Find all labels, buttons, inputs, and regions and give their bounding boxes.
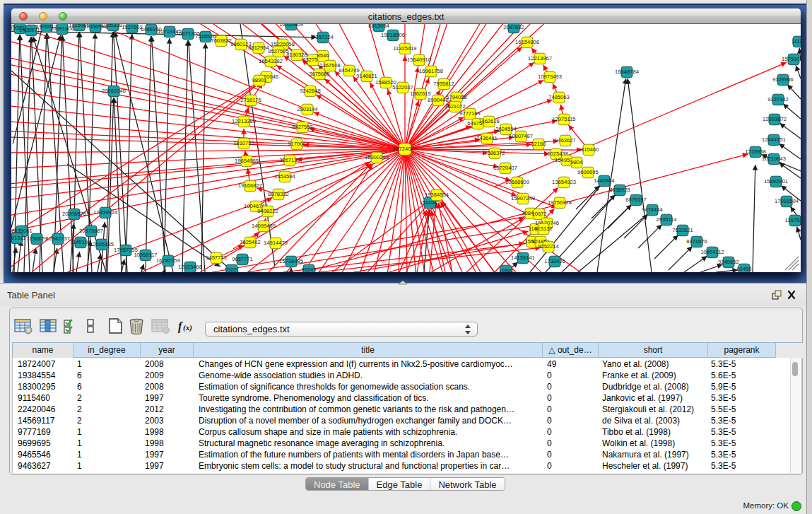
svg-text:20206576: 20206576 (62, 211, 86, 217)
svg-text:8878332: 8878332 (268, 191, 289, 197)
svg-text:10973493: 10973493 (538, 74, 562, 80)
svg-text:7462616: 7462616 (478, 118, 500, 124)
svg-text:8546: 8546 (317, 52, 329, 59)
svg-text:1527602: 1527602 (122, 24, 143, 30)
svg-text:1167531: 1167531 (785, 217, 801, 223)
svg-text:2718176: 2718176 (240, 97, 261, 103)
svg-text:917006: 917006 (288, 141, 305, 147)
svg-text:92450: 92450 (736, 266, 751, 272)
svg-text:10672: 10672 (531, 211, 546, 217)
svg-text:8912954: 8912954 (248, 45, 269, 51)
svg-text:9498222: 9498222 (257, 208, 278, 214)
svg-text:12093872: 12093872 (763, 116, 787, 122)
svg-text:7485063: 7485063 (548, 94, 570, 100)
svg-text:10688609: 10688609 (505, 179, 529, 185)
svg-text:14099489: 14099489 (252, 223, 276, 229)
svg-text:16154808: 16154808 (515, 39, 539, 45)
svg-text:99245: 99245 (301, 267, 316, 272)
svg-text:6879197: 6879197 (625, 197, 647, 203)
svg-text:9777169: 9777169 (459, 110, 481, 117)
svg-text:62160: 62160 (531, 141, 546, 147)
svg-text:9227342: 9227342 (767, 96, 789, 103)
svg-text:15907249: 15907249 (511, 195, 535, 201)
svg-text:6794028: 6794028 (446, 94, 467, 100)
svg-text:9657771: 9657771 (232, 256, 253, 262)
svg-text:9242848: 9242848 (300, 88, 321, 94)
svg-text:391511: 391511 (11, 235, 25, 241)
svg-text:19218506: 19218506 (381, 32, 405, 38)
svg-text:2436441: 2436441 (476, 135, 498, 141)
svg-text:98901: 98901 (252, 77, 266, 83)
svg-text:1145194: 1145194 (71, 239, 91, 245)
svg-text:9463627: 9463627 (555, 137, 576, 144)
svg-text:8938928: 8938928 (609, 187, 630, 193)
svg-text:12942737: 12942737 (46, 235, 70, 242)
svg-text:7632621: 7632621 (672, 227, 693, 233)
svg-text:3624554: 3624554 (495, 126, 517, 132)
svg-text:12213967: 12213967 (528, 55, 552, 62)
svg-text:1621072: 1621072 (445, 103, 466, 110)
svg-text:19654985: 19654985 (235, 158, 259, 164)
svg-text:14914479: 14914479 (264, 240, 288, 246)
svg-text:18724007: 18724007 (393, 146, 417, 152)
svg-text:18300295: 18300295 (365, 154, 389, 160)
svg-text:8471676: 8471676 (686, 238, 707, 245)
svg-text:15720407: 15720407 (493, 165, 517, 171)
svg-text:7955812: 7955812 (433, 81, 454, 87)
svg-text:7357224: 7357224 (312, 34, 334, 40)
svg-text:10990: 10990 (498, 267, 513, 272)
svg-text:10807487: 10807487 (509, 133, 533, 139)
svg-text:9146821: 9146821 (356, 73, 377, 79)
svg-text:1156829: 1156829 (27, 235, 47, 242)
svg-text:19166827: 19166827 (238, 182, 262, 189)
svg-text:20053346: 20053346 (102, 88, 126, 94)
svg-text:7663822: 7663822 (211, 37, 232, 44)
svg-text:9329966: 9329966 (772, 76, 794, 83)
svg-text:16033809: 16033809 (279, 24, 303, 28)
svg-text:2935114: 2935114 (657, 216, 677, 223)
svg-text:12213389: 12213389 (232, 118, 256, 124)
svg-text:7386372: 7386372 (484, 150, 505, 156)
svg-text:10210643: 10210643 (762, 156, 786, 162)
svg-text:9699695: 9699695 (577, 169, 599, 175)
svg-text:16543382: 16543382 (259, 58, 283, 64)
svg-text:7625402: 7625402 (240, 239, 261, 245)
svg-text:9474444: 9474444 (642, 206, 663, 213)
svg-text:8813054: 8813054 (368, 24, 389, 29)
svg-text:19756928: 19756928 (548, 199, 572, 206)
svg-text:915132: 915132 (534, 226, 552, 232)
svg-text:1440954: 1440954 (594, 177, 615, 184)
svg-text:2087682: 2087682 (503, 24, 524, 30)
svg-text:(x): (x) (183, 323, 192, 332)
svg-text:1362615: 1362615 (410, 90, 431, 97)
svg-text:12975115: 12975115 (552, 116, 575, 122)
svg-text:14136141: 14136141 (511, 255, 535, 261)
svg-text:11121: 11121 (792, 38, 801, 45)
svg-text:17359924: 17359924 (93, 209, 117, 216)
svg-text:12923468: 12923468 (178, 264, 202, 270)
svg-text:15751074: 15751074 (782, 56, 801, 62)
svg-text:2803144: 2803144 (297, 106, 318, 112)
svg-text:16648784: 16648784 (615, 69, 639, 75)
svg-text:20975887: 20975887 (79, 228, 103, 234)
svg-text:9115460: 9115460 (579, 146, 599, 153)
svg-text:9252214: 9252214 (538, 243, 559, 250)
svg-text:16782759: 16782759 (156, 257, 180, 264)
svg-text:13654923: 13654923 (552, 179, 576, 185)
svg-text:10221: 10221 (224, 267, 239, 272)
svg-text:15692901: 15692901 (764, 178, 788, 185)
svg-text:9804: 9804 (571, 159, 583, 165)
svg-text:2367608: 2367608 (319, 62, 341, 69)
svg-text:5122037: 5122037 (392, 84, 413, 90)
svg-text:9245652: 9245652 (718, 259, 739, 265)
svg-text:8427552: 8427552 (292, 124, 313, 130)
svg-text:11325419: 11325419 (393, 45, 416, 52)
svg-text:1733426: 1733426 (544, 258, 565, 264)
svg-text:12444151: 12444151 (762, 136, 786, 143)
svg-text:3675685: 3675685 (309, 71, 330, 77)
svg-text:15640910: 15640910 (407, 57, 431, 63)
svg-text:17016504: 17016504 (775, 198, 799, 204)
svg-text:15716485: 15716485 (279, 258, 303, 264)
svg-text:12505135: 12505135 (90, 241, 114, 247)
svg-text:3267130: 3267130 (279, 157, 300, 163)
